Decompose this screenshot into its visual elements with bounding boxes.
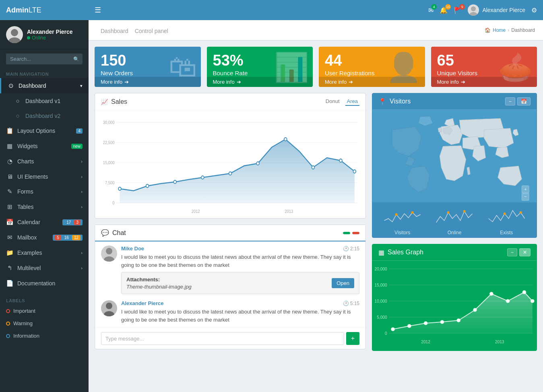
visitors-minimize[interactable]: − (505, 97, 515, 105)
svg-point-2 (11, 29, 18, 36)
sparkline-visitors-svg (376, 206, 428, 227)
sidebar-item-examples[interactable]: 📁 Examples › (0, 245, 89, 260)
sparkline-exists-label: Exists (481, 230, 533, 235)
sidebar-item-ui[interactable]: 🖥 UI Elements › (0, 169, 89, 184)
svg-point-56 (424, 322, 427, 325)
svg-text:2012: 2012 (421, 340, 430, 344)
chat-input[interactable] (101, 332, 344, 345)
sidebar-item-charts[interactable]: ◔ Charts › (0, 154, 89, 169)
sidebar-item-forms[interactable]: ✎ Forms › (0, 184, 89, 199)
visitors-calendar-btn[interactable]: 📅 (517, 97, 531, 105)
chat-message-1: Mike Doe 🕐 2:15 I would like to meet you… (101, 246, 359, 294)
status-dot (27, 36, 30, 39)
open-attachment-button[interactable]: Open (332, 278, 354, 288)
layout-badge: 4 (76, 128, 83, 134)
sidebar-item-widgets[interactable]: ▦ Widgets new (0, 138, 89, 154)
vis-more-text: More info (437, 79, 459, 85)
svg-marker-53 (393, 292, 533, 333)
svg-point-20 (201, 176, 204, 179)
svg-point-55 (408, 324, 411, 328)
svg-text:0: 0 (112, 200, 115, 205)
sidebar-item-label: Dashboard v1 (25, 98, 83, 104)
charts-icon: ◔ (6, 158, 13, 165)
svg-text:22,500: 22,500 (103, 140, 115, 145)
flags-icon[interactable]: 🚩 9 (454, 6, 462, 14)
location-icon: 📍 (378, 98, 386, 105)
mailbox-icon: ✉ (6, 234, 13, 241)
sidebar-item-calendar[interactable]: 📅 Calendar 17 3 (0, 215, 89, 230)
chat-name-2[interactable]: Alexander Pierce (121, 300, 164, 306)
messages-icon[interactable]: ✉ 4 (428, 6, 434, 14)
sidebar-item-label: Mailbox (17, 234, 49, 241)
attachment-label: Attachments: (126, 276, 192, 283)
sidebar-item-label: Dashboard v2 (25, 113, 83, 119)
orders-bg-icon: 🛍 (169, 51, 197, 83)
chat-avatar-1 (101, 246, 117, 262)
sparkline-exists-svg (481, 206, 533, 227)
chat-tool-red[interactable] (352, 232, 359, 234)
sales-chart-header: 📈 Sales Donut Area (95, 93, 365, 110)
content-left: 📈 Sales Donut Area (95, 93, 366, 386)
svg-point-22 (256, 162, 259, 165)
chat-meta-2: Alexander Pierce 🕐 5:15 (121, 300, 359, 306)
flags-badge: 9 (459, 4, 465, 10)
settings-icon[interactable]: ⚙ (531, 6, 537, 14)
user-status: Online (27, 35, 73, 41)
sales-chart-title: 📈 Sales (101, 98, 127, 105)
chat-avatar-2 (101, 300, 117, 316)
mailbox-badge-2: 16 (62, 235, 71, 240)
chat-messages: Mike Doe 🕐 2:15 I would like to meet you… (95, 241, 365, 328)
svg-text:0: 0 (385, 331, 387, 336)
sparkline-online: Online (428, 206, 480, 235)
chat-name-1[interactable]: Mike Doe (121, 246, 144, 252)
label-important[interactable]: Important (0, 305, 89, 317)
svg-point-25 (339, 159, 342, 162)
circle-icon: ○ (14, 97, 21, 104)
chat-tool-green[interactable] (343, 232, 350, 234)
chat-send-button[interactable]: + (346, 332, 359, 345)
sidebar-item-dashboard-v2[interactable]: ○ Dashboard v2 (0, 108, 89, 123)
label-information[interactable]: Information (0, 330, 89, 342)
notifications-icon[interactable]: 🔔 10 (440, 6, 448, 14)
user-avatar-top (468, 4, 479, 16)
sidebar-item-label: Calendar (17, 219, 58, 225)
sidebar-item-tables[interactable]: ⊞ Tables › (0, 199, 89, 215)
sales-graph-container: 20,000 15,000 10,000 5,000 0 2012 2013 (372, 261, 537, 351)
sales-graph-minimize[interactable]: − (507, 248, 517, 256)
sidebar-item-mailbox[interactable]: ✉ Mailbox 5 16 12 (0, 230, 89, 245)
label-warning[interactable]: Warning (0, 317, 89, 330)
sidebar-item-multilevel[interactable]: ↰ Multilevel › (0, 260, 89, 276)
search-input[interactable] (6, 54, 83, 64)
chat-title: 💬 Chat (101, 229, 126, 237)
sidebar-item-label: Tables (17, 204, 77, 210)
sidebar-item-docs[interactable]: 📄 Documentation (0, 276, 89, 291)
chat-messages-scroll[interactable]: Mike Doe 🕐 2:15 I would like to meet you… (95, 241, 365, 328)
main-content: Dashboard Control panel 🏠 Home › Dashboa… (89, 20, 543, 392)
breadcrumb-home[interactable]: Home (493, 27, 506, 33)
sidebar-toggle[interactable]: ☰ (95, 6, 101, 14)
info-box-orders: 150 New Orders 🛍 More info ➔ (95, 47, 201, 87)
calendar-badge: 17 3 (62, 219, 83, 225)
info-box-visitors: 65 Unique Visitors 🥧 More info ➔ (431, 47, 537, 87)
sales-graph-tools: − ✕ (507, 248, 531, 256)
svg-point-19 (173, 180, 176, 184)
sidebar-item-layout[interactable]: 📋 Layout Options 4 (0, 123, 89, 138)
attachment-info: Attachments: Theme-thumbnail-image.jpg (126, 276, 192, 290)
sparkline-exists: Exists (481, 206, 533, 235)
tab-area[interactable]: Area (345, 97, 359, 106)
sparkline-visitors: Visitors (376, 206, 428, 235)
nav-right: ✉ 4 🔔 10 🚩 9 Alexander Pierce ⚙ (428, 4, 537, 16)
chat-input-area: + (95, 328, 365, 349)
sidebar-item-dashboard[interactable]: ⊙ Dashboard ▾ (0, 78, 89, 93)
page-wrapper: Alexander Pierce Online 🔍 MAIN NAVIGATIO… (0, 20, 543, 392)
calendar-icon: 📅 (6, 219, 13, 226)
sales-graph-close[interactable]: ✕ (519, 248, 531, 256)
page-title: Dashboard Control panel (97, 25, 168, 35)
sidebar-item-dashboard-v1[interactable]: ○ Dashboard v1 (0, 93, 89, 108)
user-menu[interactable]: Alexander Pierce (468, 4, 525, 16)
tables-icon: ⊞ (6, 203, 13, 210)
user-panel-name: Alexander Pierce (27, 29, 73, 35)
svg-point-58 (457, 319, 460, 322)
tab-donut[interactable]: Donut (324, 97, 341, 106)
svg-point-3 (8, 37, 21, 43)
